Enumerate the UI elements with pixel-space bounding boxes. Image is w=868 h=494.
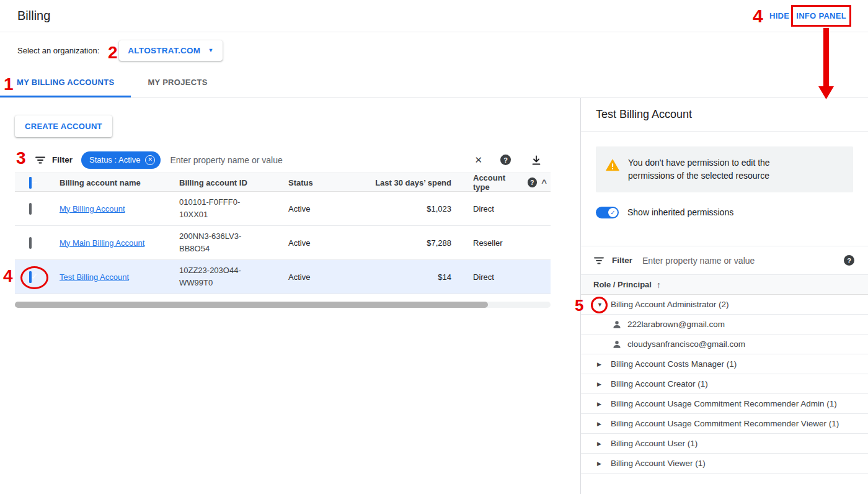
column-header-status[interactable]: Status [282, 178, 344, 187]
role-row-administrator[interactable]: ▼ Billing Account Administrator (2) [581, 295, 868, 315]
account-id: 010101-F0FFF0-10XX01 [179, 196, 259, 221]
dropdown-arrow-icon: ▼ [208, 47, 213, 53]
help-icon[interactable]: ? [500, 155, 511, 165]
role-label: Billing Account Creator (1) [611, 379, 708, 388]
column-header-type[interactable]: Account type ? ^ [453, 173, 551, 192]
role-row-creator[interactable]: ▶ Billing Account Creator (1) [581, 374, 868, 394]
billing-page: Billing 4 HIDE INFO PANEL Select an orga… [0, 0, 868, 494]
help-icon[interactable]: ? [528, 177, 538, 187]
annotation-4-top: 4 [753, 7, 763, 25]
role-row-viewer[interactable]: ▶ Billing Account Viewer (1) [581, 454, 868, 474]
annotation-circle-chevron [591, 297, 608, 313]
filter-label: Filter [612, 256, 632, 265]
member-email: 222larabrown@gmail.com [627, 320, 725, 329]
tab-my-billing-accounts[interactable]: MY BILLING ACCOUNTS [0, 68, 131, 97]
column-header-spend[interactable]: Last 30 days’ spend [344, 178, 453, 187]
member-email: cloudysanfrancisco@gmail.com [627, 339, 745, 349]
scrollbar-thumb[interactable] [15, 302, 488, 308]
row-checkbox[interactable] [29, 237, 32, 249]
filter-input[interactable]: Enter property name or value [642, 256, 836, 266]
warning-text: You don't have permission to edit the pe… [628, 156, 812, 182]
organization-row: Select an organization: ALTOSTRAT.COM ▼ [0, 32, 868, 68]
page-title: Billing [17, 9, 50, 23]
role-label: Billing Account User (1) [611, 439, 698, 448]
account-link[interactable]: Test Billing Account [60, 272, 129, 282]
role-principal-header[interactable]: Role / Principal ↑ [581, 275, 868, 295]
role-label: Billing Account Usage Commitment Recomme… [611, 419, 839, 428]
column-header-type-label: Account type [473, 173, 523, 192]
chip-label: Status : Active [89, 155, 140, 164]
sort-ascending-icon[interactable]: ↑ [657, 280, 661, 290]
role-label: Billing Account Viewer (1) [611, 459, 706, 468]
annotation-5: 5 [575, 297, 583, 313]
role-label: Billing Account Usage Commitment Recomme… [611, 399, 837, 408]
inherited-permissions-row: ✓ Show inherited permissions [596, 206, 853, 218]
chevron-right-icon[interactable]: ▶ [597, 460, 604, 467]
account-spend: $1,023 [344, 204, 453, 213]
warning-icon [606, 159, 619, 182]
chip-remove-icon[interactable]: ✕ [145, 155, 155, 165]
annotation-4-row: 4 [3, 267, 13, 285]
select-all-checkbox[interactable] [29, 177, 32, 189]
chevron-right-icon[interactable]: ▶ [597, 421, 604, 427]
account-spend: $14 [344, 272, 453, 282]
hide-info-panel-link[interactable]: 4 HIDE INFO PANEL [753, 5, 851, 27]
create-account-button[interactable]: CREATE ACCOUNT [15, 115, 112, 137]
role-label: Billing Account Administrator (2) [611, 300, 729, 309]
info-panel: Test Billing Account You don't have perm… [580, 98, 868, 494]
tab-my-projects[interactable]: MY PROJECTS [131, 68, 224, 97]
help-icon[interactable]: ? [844, 255, 854, 266]
info-panel-label: INFO PANEL [796, 11, 846, 20]
horizontal-scrollbar[interactable] [15, 302, 551, 308]
table-row-selected: ✓ Test Billing Account 10ZZ23-203O44-WW9… [15, 260, 551, 294]
account-type: Direct [453, 272, 551, 282]
role-row-user[interactable]: ▶ Billing Account User (1) [581, 434, 868, 454]
account-type: Direct [453, 204, 551, 213]
account-id: 10ZZ23-203O44-WW99T0 [179, 264, 259, 289]
role-row-costs-manager[interactable]: ▶ Billing Account Costs Manager (1) [581, 354, 868, 374]
info-panel-filter-bar: Filter Enter property name or value ? [581, 246, 868, 275]
hide-label: HIDE [769, 11, 789, 20]
chevron-right-icon[interactable]: ▶ [597, 381, 604, 387]
indeterminate-mark [32, 182, 37, 183]
info-panel-title: Test Billing Account [596, 108, 692, 121]
annotation-circle-checkbox [20, 266, 48, 289]
table-row: My Main Billing Account 200NN3-636LV3-BB… [15, 226, 551, 260]
account-status: Active [282, 238, 344, 248]
toggle-thumb: ✓ [608, 208, 618, 217]
chevron-right-icon[interactable]: ▶ [597, 401, 604, 407]
account-link[interactable]: My Main Billing Account [60, 238, 144, 248]
chevron-right-icon[interactable]: ▶ [597, 441, 604, 447]
tab-bar: MY BILLING ACCOUNTS MY PROJECTS [0, 68, 868, 98]
column-header-id[interactable]: Billing account ID [173, 178, 282, 187]
permission-warning: You don't have permission to edit the pe… [596, 146, 853, 192]
show-inherited-permissions-toggle[interactable]: ✓ [596, 207, 619, 218]
clear-filter-icon[interactable]: ✕ [474, 155, 482, 166]
toggle-label: Show inherited permissions [627, 207, 733, 217]
filter-icon [35, 155, 46, 166]
member-row: cloudysanfrancisco@gmail.com [581, 335, 868, 354]
row-checkbox[interactable] [29, 203, 32, 215]
checkmark-icon: ✓ [610, 209, 615, 216]
organization-value: ALTOSTRAT.COM [128, 46, 200, 55]
organization-dropdown[interactable]: ALTOSTRAT.COM ▼ [119, 40, 222, 61]
tab-label: MY PROJECTS [148, 78, 207, 87]
download-icon[interactable] [531, 155, 542, 166]
annotation-1: 1 [4, 76, 14, 93]
caret-up-icon[interactable]: ^ [541, 177, 547, 188]
account-link[interactable]: My Billing Account [60, 204, 125, 213]
chevron-right-icon[interactable]: ▶ [597, 361, 604, 367]
annotation-2: 2 [108, 44, 118, 61]
role-row-usage-commitment-recommender-admin[interactable]: ▶ Billing Account Usage Commitment Recom… [581, 394, 868, 414]
role-row-usage-commitment-recommender-viewer[interactable]: ▶ Billing Account Usage Commitment Recom… [581, 414, 868, 434]
close-icon: ✕ [148, 157, 153, 163]
table-header-row: Billing account name Billing account ID … [15, 173, 551, 192]
role-principal-label: Role / Principal [593, 280, 652, 289]
tab-label: MY BILLING ACCOUNTS [17, 78, 114, 87]
content: CREATE ACCOUNT Filter Status : Active ✕ … [0, 98, 868, 494]
filter-input[interactable]: Enter property name or value [170, 155, 474, 165]
organization-label: Select an organization: [17, 46, 99, 55]
status-active-filter-chip[interactable]: Status : Active ✕ [81, 151, 161, 169]
filter-label: Filter [52, 155, 73, 164]
column-header-name[interactable]: Billing account name [53, 178, 173, 187]
